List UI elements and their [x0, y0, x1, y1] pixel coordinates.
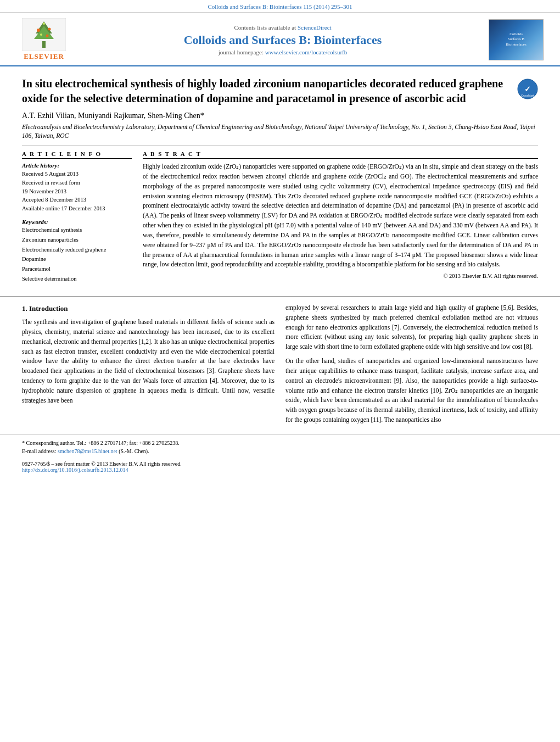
- journal-homepage: journal homepage: www.elsevier.com/locat…: [77, 49, 489, 55]
- article-history-block: Article history: Received 5 August 2013 …: [22, 162, 132, 213]
- article-info-label: A R T I C L E I N F O: [22, 150, 132, 159]
- homepage-link[interactable]: www.elsevier.com/locate/colsurfb: [265, 49, 348, 55]
- body-divider: [0, 296, 560, 297]
- svg-point-4: [37, 29, 40, 32]
- svg-text:✓: ✓: [524, 85, 531, 93]
- elsevier-text: ELSEVIER: [24, 52, 64, 61]
- elsevier-tree-icon: [22, 18, 66, 51]
- article-info-abstract: A R T I C L E I N F O Article history: R…: [22, 150, 538, 284]
- email-label: E-mail address:: [22, 448, 56, 454]
- contents-line: Contents lists available at ScienceDirec…: [77, 24, 489, 31]
- revised-date-label: Received in revised form: [22, 178, 132, 187]
- online-date: Available online 17 December 2013: [22, 204, 132, 213]
- doi-link[interactable]: http://dx.doi.org/10.1016/j.colsurfb.201…: [22, 467, 128, 473]
- svg-text:CrossMark: CrossMark: [521, 94, 535, 97]
- revised-date: 19 November 2013: [22, 187, 132, 196]
- article-area: In situ electrochemical synthesis of hig…: [0, 66, 560, 289]
- article-info-col: A R T I C L E I N F O Article history: R…: [22, 150, 132, 284]
- bottom-info: 0927-7765/$ – see front matter © 2013 El…: [0, 459, 560, 475]
- crossmark-icon: ✓ CrossMark: [517, 79, 538, 99]
- journal-cover: ColloidsSurfaces BBiointerfaces: [489, 19, 549, 60]
- body-columns: 1. Introduction The synthesis and invest…: [0, 303, 560, 429]
- copyright-line: © 2013 Elsevier B.V. All rights reserved…: [143, 273, 538, 279]
- issn-line: 0927-7765/$ – see front matter © 2013 El…: [22, 461, 538, 467]
- abstract-col: A B S T R A C T Highly loaded zirconium …: [143, 150, 538, 284]
- journal-cover-image: ColloidsSurfaces BBiointerfaces: [489, 19, 544, 60]
- footnote-email: E-mail address: smchen78@ms15.hinet.net …: [22, 447, 538, 455]
- affiliation: Electroanalysis and Bioelectrochemistry …: [22, 122, 538, 140]
- doi-line: http://dx.doi.org/10.1016/j.colsurfb.201…: [22, 467, 538, 473]
- journal-issue-text: Colloids and Surfaces B: Biointerfaces 1…: [208, 3, 352, 10]
- abstract-text: Highly loaded zirconium oxide (ZrO₂) nan…: [143, 162, 538, 270]
- keywords-label: Keywords:: [22, 219, 132, 225]
- intro-heading: 1. Introduction: [22, 303, 275, 314]
- svg-point-6: [43, 23, 45, 25]
- sciencedirect-link[interactable]: ScienceDirect: [298, 24, 332, 31]
- keyword-4: Dopamine: [22, 254, 132, 264]
- divider-1: [22, 146, 538, 146]
- svg-point-8: [46, 35, 49, 37]
- intro-para-2: employed by several researchers to attai…: [285, 303, 538, 352]
- elsevier-logo-area: ELSEVIER: [11, 18, 77, 61]
- keyword-3: Electrochemically reduced graphene: [22, 245, 132, 255]
- svg-rect-1: [42, 41, 46, 48]
- email-person: (S.-M. Chen).: [119, 448, 149, 454]
- keyword-5: Paracetamol: [22, 264, 132, 274]
- abstract-label: A B S T R A C T: [143, 150, 538, 159]
- intro-para-1: The synthesis and investigation of graph…: [22, 317, 275, 405]
- journal-title: Colloids and Surfaces B: Biointerfaces: [77, 33, 489, 47]
- footnote-area: * Corresponding author. Tel.: +886 2 270…: [0, 434, 560, 459]
- received-date: Received 5 August 2013: [22, 170, 132, 178]
- accepted-date: Accepted 8 December 2013: [22, 196, 132, 204]
- authors: A.T. Ezhil Vilian, Muniyandi Rajkumar, S…: [22, 111, 538, 120]
- svg-point-7: [40, 34, 42, 36]
- elsevier-logo: ELSEVIER: [11, 18, 77, 61]
- keyword-2: Zirconium nanoparticles: [22, 235, 132, 245]
- top-bar: Colloids and Surfaces B: Biointerfaces 1…: [0, 0, 560, 13]
- footnote-star: * Corresponding author. Tel.: +886 2 270…: [22, 439, 538, 447]
- author-star: *: [200, 111, 204, 120]
- keyword-1: Electrochemical synthesis: [22, 225, 132, 235]
- keyword-6: Selective determination: [22, 274, 132, 284]
- svg-point-5: [48, 28, 51, 31]
- journal-header: ELSEVIER Contents lists available at Sci…: [0, 13, 560, 66]
- keywords-block: Keywords: Electrochemical synthesis Zirc…: [22, 219, 132, 284]
- email-address[interactable]: smchen78@ms15.hinet.net: [58, 448, 117, 454]
- history-label: Article history:: [22, 162, 132, 169]
- intro-para-3: On the other hand, studies of nanopartic…: [285, 356, 538, 425]
- article-title-row: In situ electrochemical synthesis of hig…: [22, 76, 538, 106]
- body-left-col: 1. Introduction The synthesis and invest…: [22, 303, 275, 429]
- article-title: In situ electrochemical synthesis of hig…: [22, 76, 512, 106]
- page: Colloids and Surfaces B: Biointerfaces 1…: [0, 0, 560, 742]
- journal-header-center: Contents lists available at ScienceDirec…: [77, 24, 489, 55]
- body-right-col: employed by several researchers to attai…: [285, 303, 538, 429]
